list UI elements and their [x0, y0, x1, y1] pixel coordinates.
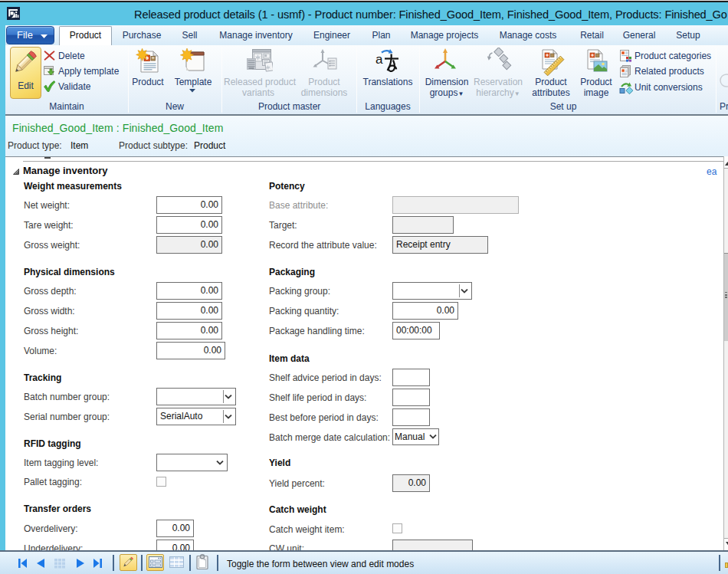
svg-text:a: a: [375, 52, 383, 67]
